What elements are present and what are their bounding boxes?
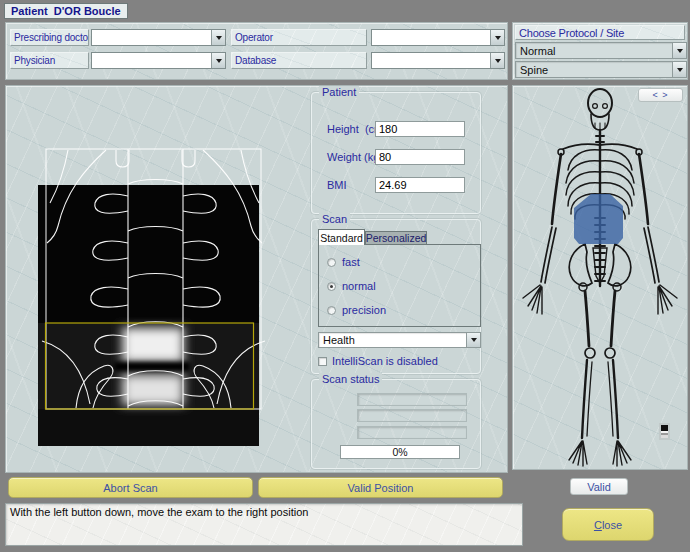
- abort-scan-button[interactable]: Abort Scan: [8, 477, 253, 498]
- scan-group-title: Scan: [319, 213, 350, 225]
- skeleton-diagram[interactable]: [513, 86, 689, 471]
- database-input[interactable]: [372, 53, 490, 68]
- precision-radio[interactable]: [327, 306, 336, 315]
- close-button[interactable]: Close: [562, 508, 654, 541]
- site-value: Spine: [516, 64, 672, 76]
- fast-label: fast: [342, 256, 360, 268]
- application-window: Patient D'OR Boucle Prescribing doctor O…: [0, 0, 690, 552]
- prescribing-doctor-dropdown-button[interactable]: [211, 30, 225, 45]
- top-form-panel: Prescribing doctor Operator Physician Da…: [5, 22, 508, 80]
- chevron-down-icon: [216, 36, 222, 40]
- physician-input[interactable]: [92, 53, 211, 68]
- main-panel: Patient Height (cm) Weight (kg) BMI Scan…: [5, 85, 508, 473]
- protocol-title: Choose Protocol / Site: [515, 25, 685, 40]
- physician-dropdown-button[interactable]: [211, 53, 225, 68]
- protocol-value: Normal: [516, 45, 672, 57]
- protocol-panel: Choose Protocol / Site Normal Spine: [512, 22, 688, 80]
- scan-status-field-1: [357, 393, 467, 406]
- bmi-input[interactable]: [375, 177, 465, 193]
- operator-input[interactable]: [372, 30, 490, 45]
- profile-value: Health: [319, 334, 466, 346]
- instruction-message-box: With the left button down, move the exam…: [5, 503, 523, 546]
- weight-input[interactable]: [375, 149, 465, 165]
- database-combobox[interactable]: [371, 52, 505, 69]
- patient-group: Patient Height (cm) Weight (kg) BMI: [311, 92, 481, 214]
- height-input[interactable]: [375, 121, 465, 137]
- scan-status-title: Scan status: [319, 373, 382, 385]
- precision-label: precision: [342, 304, 386, 316]
- operator-label: Operator: [231, 29, 367, 46]
- scanner-device-icon: [659, 423, 670, 440]
- operator-combobox[interactable]: [371, 29, 505, 46]
- chevron-down-icon: [216, 59, 222, 63]
- intelliscan-label: IntelliScan is disabled: [332, 355, 438, 367]
- selected-site-highlight[interactable]: [574, 194, 623, 244]
- site-dropdown-button[interactable]: [672, 62, 686, 77]
- chevron-down-icon: [677, 68, 683, 72]
- operator-dropdown-button[interactable]: [490, 30, 504, 45]
- scan-mode-box: fast normal precision: [318, 244, 481, 327]
- protocol-select[interactable]: Normal: [515, 42, 687, 59]
- window-title: Patient D'OR Boucle: [4, 3, 128, 19]
- scan-status-field-2: [357, 409, 467, 422]
- profile-select[interactable]: Health: [318, 332, 481, 348]
- intelliscan-checkbox[interactable]: [318, 357, 327, 366]
- database-label: Database: [231, 52, 367, 69]
- scan-group: Scan Standard Personalized fast normal p…: [311, 219, 481, 374]
- normal-label: normal: [342, 280, 376, 292]
- fast-radio[interactable]: [327, 258, 336, 267]
- instruction-text: With the left button down, move the exam…: [10, 506, 308, 518]
- valid-button[interactable]: Valid: [570, 478, 628, 495]
- chevron-down-icon: [471, 338, 477, 342]
- scan-status-group: Scan status 0%: [311, 379, 481, 469]
- chevron-down-icon: [677, 49, 683, 53]
- scan-status-field-3: [357, 426, 467, 439]
- abort-scan-label: Abort Scan: [103, 482, 157, 494]
- physician-label: Physician: [10, 52, 89, 69]
- valid-label: Valid: [587, 481, 611, 493]
- prescribing-doctor-combobox[interactable]: [91, 29, 226, 46]
- protocol-dropdown-button[interactable]: [672, 43, 686, 58]
- site-select[interactable]: Spine: [515, 61, 687, 78]
- physician-combobox[interactable]: [91, 52, 226, 69]
- chevron-down-icon: [495, 36, 501, 40]
- scan-progress-bar: 0%: [340, 445, 460, 459]
- tab-standard[interactable]: Standard: [318, 229, 365, 245]
- site-selector-panel[interactable]: < >: [512, 85, 688, 470]
- bmi-label: BMI: [327, 179, 347, 191]
- scan-image[interactable]: [6, 86, 306, 474]
- profile-dropdown-button[interactable]: [466, 333, 480, 347]
- chevron-down-icon: [495, 59, 501, 63]
- prescribing-doctor-label: Prescribing doctor: [10, 29, 89, 46]
- tab-personalized[interactable]: Personalized: [365, 231, 427, 245]
- patient-group-title: Patient: [319, 86, 359, 98]
- database-dropdown-button[interactable]: [490, 53, 504, 68]
- close-label: Close: [594, 519, 622, 531]
- valid-position-label: Valid Position: [348, 482, 414, 494]
- scan-progress-value: 0%: [392, 446, 407, 458]
- valid-position-button[interactable]: Valid Position: [258, 477, 503, 498]
- normal-radio[interactable]: [327, 282, 336, 291]
- prescribing-doctor-input[interactable]: [92, 30, 211, 45]
